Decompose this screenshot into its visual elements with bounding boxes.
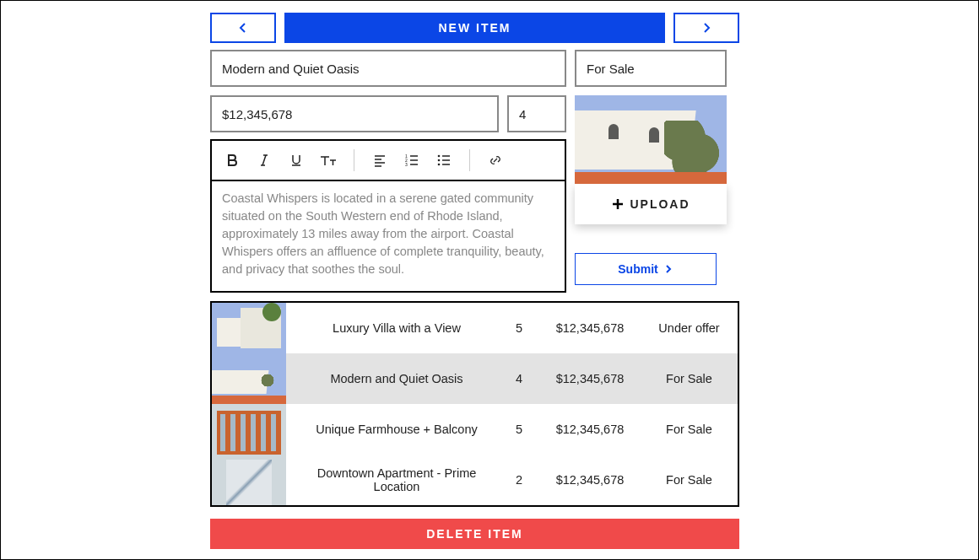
text-size-icon[interactable] [320,152,337,169]
ordered-list-icon[interactable]: 123 [403,152,420,169]
listing-status: For Sale [641,423,738,436]
chevron-right-icon [663,264,673,274]
table-row[interactable]: Luxury Villa with a View5$12,345,678Unde… [212,303,738,353]
description-textarea[interactable]: Coastal Whispers is located in a serene … [212,181,565,291]
delete-item-button[interactable]: DELETE ITEM [210,519,739,549]
svg-point-5 [438,164,441,166]
upload-button[interactable]: UPLOAD [575,184,727,224]
italic-icon[interactable] [256,152,273,169]
count-input[interactable]: 4 [507,95,566,132]
toolbar-separator [469,149,470,171]
price-input[interactable]: $12,345,678 [210,95,499,132]
title-input[interactable]: Modern and Quiet Oasis [210,50,566,87]
new-item-button[interactable]: NEW ITEM [284,13,665,43]
description-editor: 123 Coastal Whispers is located in a ser… [210,139,566,293]
status-input[interactable]: For Sale [575,50,727,87]
submit-button[interactable]: Submit [575,253,717,285]
svg-text:3: 3 [405,162,408,167]
chevron-left-icon [236,21,250,35]
link-icon[interactable] [487,152,504,169]
listing-thumbnail [212,353,286,404]
table-row[interactable]: Unique Farmhouse + Balcony5$12,345,678Fo… [212,404,738,455]
svg-point-3 [438,155,441,158]
listing-price: $12,345,678 [539,372,641,385]
bold-icon[interactable] [224,152,241,169]
listing-count: 5 [499,321,539,335]
listing-status: For Sale [641,372,738,385]
listing-status: For Sale [641,473,738,487]
plus-icon [611,197,625,211]
listing-thumbnail [212,455,286,505]
listing-status: Under offer [641,321,738,335]
listing-thumbnail [212,404,286,455]
listings-table: Luxury Villa with a View5$12,345,678Unde… [210,301,739,507]
chevron-right-icon [700,21,713,35]
editor-toolbar: 123 [212,141,565,181]
toolbar-separator [354,149,354,171]
underline-icon[interactable] [288,152,305,169]
listing-count: 5 [499,423,539,436]
listing-name: Luxury Villa with a View [286,321,499,335]
listing-name: Downtown Apartment - Prime Location [286,466,499,493]
listing-price: $12,345,678 [539,321,641,335]
listing-count: 2 [499,473,539,487]
listing-count: 4 [499,372,539,385]
listing-name: Modern and Quiet Oasis [286,372,499,385]
next-button[interactable] [673,13,739,43]
listing-thumbnail [212,303,286,353]
bullet-list-icon[interactable] [435,152,452,169]
svg-point-4 [438,159,441,162]
prev-button[interactable] [210,13,276,43]
listing-name: Unique Farmhouse + Balcony [286,423,499,436]
listing-price: $12,345,678 [539,473,641,487]
table-row[interactable]: Modern and Quiet Oasis4$12,345,678For Sa… [212,353,738,404]
table-row[interactable]: Downtown Apartment - Prime Location2$12,… [212,455,738,505]
image-preview [575,95,727,184]
upload-label: UPLOAD [630,197,690,211]
align-icon[interactable] [371,152,388,169]
listing-price: $12,345,678 [539,423,641,436]
submit-label: Submit [618,262,657,276]
